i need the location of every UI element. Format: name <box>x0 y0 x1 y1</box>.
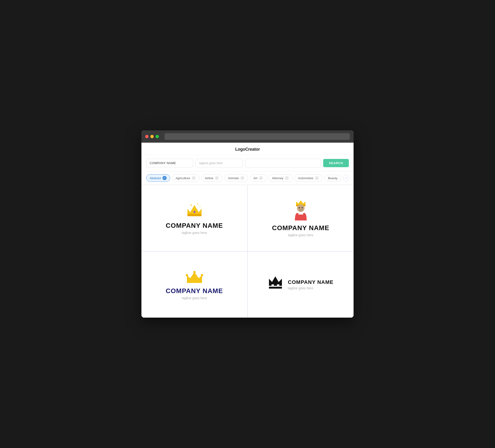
filter-animals[interactable]: Animals ✓ <box>224 174 248 182</box>
filter-beauty[interactable]: Beauty <box>324 175 341 182</box>
filter-bar: Abstract ✓ Agriculture ✓ Airline ✓ Anima… <box>141 171 354 185</box>
svg-rect-17 <box>187 281 202 283</box>
svg-point-10 <box>299 207 300 209</box>
filter-attorney-label: Attorney <box>272 176 283 180</box>
logo-1-icon: ✦ ✦ ✦ <box>185 202 204 219</box>
logo-card-4[interactable]: COMPANY NAME tagline goes here <box>248 252 354 318</box>
logo-1-tagline: tagline goes here <box>182 231 207 235</box>
filter-animals-check: ✓ <box>240 176 245 180</box>
close-btn[interactable] <box>145 135 149 138</box>
svg-text:✦: ✦ <box>199 205 201 207</box>
filter-agriculture-label: Agriculture <box>176 176 190 180</box>
filter-beauty-label: Beauty <box>328 176 337 180</box>
svg-marker-13 <box>187 272 202 281</box>
filter-attorney-check: ✓ <box>285 176 289 180</box>
search-bar: SEARCH <box>141 155 354 171</box>
app-window: LogoCreator SEARCH Abstract ✓ Agricultur… <box>141 130 354 318</box>
filter-agriculture[interactable]: Agriculture ✓ <box>172 174 199 182</box>
logo-4-text: COMPANY NAME tagline goes here <box>288 279 333 290</box>
filter-automotive-label: Automotive <box>298 176 313 180</box>
filter-agriculture-check: ✓ <box>192 176 196 180</box>
filter-airline-label: Airline <box>205 176 213 180</box>
company-name-input[interactable] <box>146 159 193 168</box>
filter-automotive[interactable]: Automotive ✓ <box>294 174 322 182</box>
svg-text:✦: ✦ <box>190 203 192 207</box>
filter-animals-label: Animals <box>228 176 239 180</box>
tagline-input[interactable] <box>196 159 243 168</box>
filter-next-button[interactable]: → <box>343 174 349 182</box>
logo-4-icon <box>268 274 283 292</box>
svg-marker-18 <box>269 276 282 286</box>
svg-point-16 <box>201 274 203 276</box>
logo-4-tagline: tagline goes here <box>288 286 333 290</box>
svg-rect-20 <box>272 284 274 286</box>
filter-art-label: Art <box>253 176 257 180</box>
titlebar <box>141 130 354 143</box>
logo-card-1[interactable]: ✦ ✦ ✦ COMPANY NAME tagline goes here <box>141 185 247 251</box>
svg-rect-1 <box>187 214 202 216</box>
minimize-btn[interactable] <box>150 135 154 138</box>
logo-grid: ✦ ✦ ✦ COMPANY NAME tagline goes here <box>141 185 354 318</box>
filter-abstract-check: ✓ <box>162 176 167 180</box>
svg-point-9 <box>297 204 304 212</box>
filter-airline[interactable]: Airline ✓ <box>201 174 222 182</box>
filter-abstract[interactable]: Abstract ✓ <box>146 174 170 182</box>
svg-point-14 <box>186 274 188 276</box>
maximize-btn[interactable] <box>156 135 159 138</box>
filter-airline-check: ✓ <box>215 176 219 180</box>
svg-point-15 <box>193 271 196 273</box>
logo-2-company: COMPANY NAME <box>272 224 329 232</box>
keywords-input[interactable] <box>245 159 321 168</box>
logo-1-company: COMPANY NAME <box>166 222 223 229</box>
filter-automotive-check: ✓ <box>315 176 319 180</box>
logo-3-tagline: tagline goes here <box>182 296 207 300</box>
svg-text:✦: ✦ <box>197 203 199 205</box>
app-title: LogoCreator <box>235 147 260 152</box>
logo-4-company: COMPANY NAME <box>288 279 333 285</box>
logo-2-tagline: tagline goes here <box>288 233 313 237</box>
filter-abstract-label: Abstract <box>150 176 161 180</box>
logo-card-2[interactable]: COMPANY NAME tagline goes here <box>248 185 354 251</box>
app-header: LogoCreator <box>141 143 354 155</box>
svg-rect-21 <box>277 284 279 286</box>
logo-3-company: COMPANY NAME <box>166 287 223 295</box>
logo-2-icon <box>291 199 310 221</box>
svg-point-11 <box>302 207 303 209</box>
url-bar <box>165 133 350 140</box>
filter-art-check: ✓ <box>259 176 263 180</box>
logo-card-3[interactable]: COMPANY NAME tagline goes here <box>141 252 247 318</box>
logo-3-icon <box>185 269 204 284</box>
app-body: LogoCreator SEARCH Abstract ✓ Agricultur… <box>141 143 354 318</box>
svg-rect-12 <box>298 213 303 215</box>
filter-art[interactable]: Art ✓ <box>250 174 267 182</box>
search-button[interactable]: SEARCH <box>323 159 349 167</box>
svg-rect-19 <box>269 287 282 289</box>
filter-attorney[interactable]: Attorney ✓ <box>268 174 292 182</box>
